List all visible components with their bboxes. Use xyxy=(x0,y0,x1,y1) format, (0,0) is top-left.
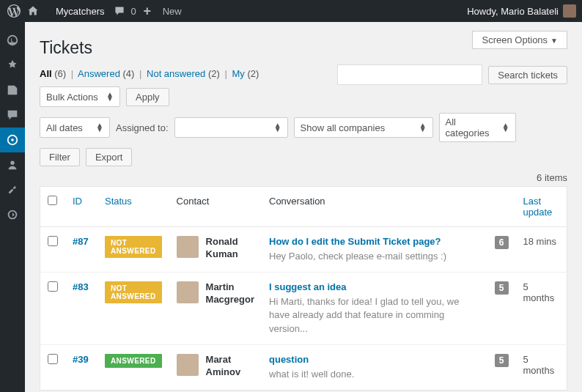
sidebar-comments-icon[interactable] xyxy=(0,103,25,127)
contact-avatar xyxy=(177,281,199,303)
ticket-row: #83NOT ANSWEREDMartin MacgregorI suggest… xyxy=(40,273,567,345)
home-icon[interactable] xyxy=(25,3,41,19)
apply-button[interactable]: Apply xyxy=(126,88,169,106)
reply-count-badge: 6 xyxy=(495,236,509,249)
contact-avatar xyxy=(177,236,199,258)
conversation-title-link[interactable]: How do I edit the Submit Ticket page? xyxy=(269,236,441,247)
conversation-snippet: Hey Paolo, check please e-mail settings … xyxy=(269,250,480,263)
conversation-title-link[interactable]: question xyxy=(269,354,309,365)
contact-name: Martin Macgregor xyxy=(206,281,254,306)
bulk-actions-select[interactable]: Bulk Actions▲▼ xyxy=(40,86,120,107)
reply-count-badge: 5 xyxy=(495,281,509,295)
sidebar-dashboard-icon[interactable] xyxy=(0,28,25,53)
col-conversation: Conversation xyxy=(262,187,487,227)
last-update: 5 months xyxy=(516,344,567,390)
ticket-id-link[interactable]: #39 xyxy=(73,354,89,365)
contact-name: Ronald Kuman xyxy=(206,236,254,261)
sidebar-users-icon[interactable] xyxy=(0,152,25,177)
sidebar-tools-icon[interactable] xyxy=(0,177,25,202)
col-last-update[interactable]: Last update xyxy=(516,187,567,227)
status-badge: ANSWERED xyxy=(105,354,162,368)
col-status[interactable]: Status xyxy=(97,187,169,227)
tickets-table: ID Status Contact Conversation Last upda… xyxy=(40,186,567,391)
sidebar-settings-icon[interactable] xyxy=(0,202,25,227)
user-avatar[interactable] xyxy=(563,4,576,18)
filter-all[interactable]: All xyxy=(40,68,52,79)
howdy-text[interactable]: Howdy, Mario Balateli xyxy=(467,6,559,17)
row-checkbox[interactable] xyxy=(48,354,58,364)
filter-answered[interactable]: Answered xyxy=(78,68,120,79)
assigned-to-label: Assigned to: xyxy=(116,122,169,133)
filter-my[interactable]: My xyxy=(232,68,244,79)
dates-select[interactable]: All dates▲▼ xyxy=(40,117,110,138)
row-checkbox[interactable] xyxy=(48,281,58,292)
companies-select[interactable]: Show all companies▲▼ xyxy=(294,117,433,138)
col-contact: Contact xyxy=(169,187,262,227)
svg-point-1 xyxy=(11,138,14,141)
screen-options-button[interactable]: Screen Options▼ xyxy=(472,31,567,49)
status-badge: NOT ANSWERED xyxy=(105,236,162,258)
status-badge: NOT ANSWERED xyxy=(105,281,162,303)
comments-count: 0 xyxy=(130,6,136,17)
ticket-row: #39ANSWEREDMarat Aminovquestionwhat is i… xyxy=(40,344,567,390)
filter-button[interactable]: Filter xyxy=(40,148,80,166)
main-content: Screen Options▼ Tickets All (6) | Answer… xyxy=(25,22,582,392)
ticket-id-link[interactable]: #83 xyxy=(73,281,89,292)
svg-point-2 xyxy=(10,161,14,165)
sidebar-media-icon[interactable] xyxy=(0,78,25,103)
search-input[interactable] xyxy=(337,64,482,85)
categories-select[interactable]: All categories▲▼ xyxy=(439,113,516,142)
site-name-link[interactable]: Mycatchers xyxy=(51,6,108,17)
filter-not-answered[interactable]: Not answered xyxy=(147,68,205,79)
select-all-checkbox[interactable] xyxy=(48,196,57,205)
new-link[interactable]: New xyxy=(158,6,186,17)
conversation-snippet: Hi Marti, thanks for idea! I glad to tel… xyxy=(269,295,480,336)
assigned-to-select[interactable]: ▲▼ xyxy=(174,117,288,138)
items-count: 6 items xyxy=(40,172,567,183)
ticket-id-link[interactable]: #87 xyxy=(73,236,89,247)
comments-icon[interactable] xyxy=(111,3,128,19)
plus-icon[interactable]: + xyxy=(139,3,155,19)
conversation-title-link[interactable]: I suggest an idea xyxy=(269,281,346,292)
last-update: 5 months xyxy=(516,273,567,345)
conversation-snippet: what is it! well done. xyxy=(269,368,480,381)
search-tickets-button[interactable]: Search tickets xyxy=(488,66,567,84)
contact-name: Marat Aminov xyxy=(206,354,254,379)
last-update: 18 mins xyxy=(516,227,567,273)
export-button[interactable]: Export xyxy=(86,148,133,166)
col-id[interactable]: ID xyxy=(65,187,97,227)
row-checkbox[interactable] xyxy=(48,236,58,246)
ticket-row: #87NOT ANSWEREDRonald KumanHow do I edit… xyxy=(40,227,567,273)
wordpress-icon[interactable] xyxy=(6,3,22,19)
sidebar-pin-icon[interactable] xyxy=(0,53,25,78)
admin-bar: Mycatchers 0 + New Howdy, Mario Balateli xyxy=(0,0,582,22)
sidebar-tickets-icon[interactable] xyxy=(0,127,25,152)
admin-sidebar xyxy=(0,22,25,392)
caret-down-icon: ▼ xyxy=(550,37,558,45)
reply-count-badge: 5 xyxy=(495,354,509,367)
contact-avatar xyxy=(177,354,199,376)
